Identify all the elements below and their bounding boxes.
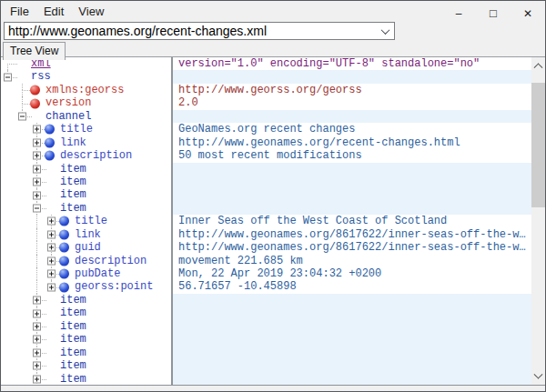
expand-icon[interactable]	[33, 362, 41, 370]
tree-node-link[interactable]: link	[1, 136, 171, 149]
tree-node-label[interactable]: item	[60, 307, 86, 319]
expand-icon[interactable]	[47, 270, 56, 278]
pi-icon	[15, 59, 25, 69]
tree-node-item[interactable]: item	[1, 176, 171, 188]
element-icon	[45, 125, 55, 135]
tree-node-label[interactable]: item	[60, 188, 86, 201]
tree-node-link[interactable]: link	[1, 228, 171, 241]
tree-node-label[interactable]: item	[60, 359, 86, 372]
tree-node-item[interactable]: item	[1, 320, 171, 333]
tree-node-description[interactable]: description	[1, 255, 171, 267]
combobox-dropdown-button[interactable]	[376, 23, 394, 39]
tree-node-item[interactable]: item	[1, 373, 171, 386]
element-icon	[45, 151, 55, 161]
tree-node-label[interactable]: channel	[46, 110, 91, 123]
tree-node-label[interactable]: item	[60, 320, 86, 333]
tree-node-georss-point[interactable]: georss:point	[1, 280, 171, 293]
element-icon	[59, 282, 69, 292]
tree-node-title[interactable]: title	[1, 123, 171, 136]
expand-icon[interactable]	[47, 256, 56, 265]
tree-node-item[interactable]: item	[1, 333, 171, 346]
tree-node-label[interactable]: title	[75, 215, 107, 227]
tree-node-label[interactable]: item	[60, 176, 86, 188]
menu-item-edit[interactable]: Edit	[36, 3, 71, 20]
expand-icon[interactable]	[47, 244, 56, 252]
expand-icon[interactable]	[47, 217, 56, 226]
tree-node-label[interactable]: item	[60, 373, 86, 386]
tree-node-item[interactable]: item	[1, 188, 171, 201]
tree-node-description[interactable]: description	[1, 149, 171, 162]
url-combobox[interactable]: http://www.geonames.org/recent-changes.x…	[4, 22, 395, 40]
expand-icon[interactable]	[33, 375, 41, 383]
tree-node-label[interactable]: title	[60, 123, 93, 136]
element-icon	[59, 216, 69, 226]
window-caption-buttons: – □ ✕	[441, 1, 545, 25]
tree-node-label[interactable]: georss:point	[75, 280, 153, 293]
tree-node-pubdate[interactable]: pubDate	[1, 267, 171, 280]
maximize-button-icon[interactable]: □	[476, 1, 511, 25]
tree-node-channel[interactable]: channel	[1, 110, 171, 123]
tree-node-label[interactable]: version	[46, 96, 91, 109]
expand-icon[interactable]	[33, 178, 41, 186]
collapse-icon[interactable]	[4, 73, 12, 81]
collapse-icon[interactable]	[33, 205, 41, 213]
tree-node-label[interactable]: link	[60, 136, 86, 149]
expand-icon[interactable]	[33, 126, 41, 134]
tree-node-item[interactable]: item	[1, 359, 171, 372]
tree-node-item[interactable]: item	[1, 202, 171, 215]
expand-icon[interactable]	[47, 283, 56, 291]
expand-icon[interactable]	[33, 348, 41, 357]
tree-node-label[interactable]: description	[75, 255, 147, 267]
tree-node-label[interactable]: item	[60, 333, 86, 346]
tree-node-label[interactable]: item	[60, 294, 86, 307]
tree-node-label[interactable]: xmlns:georss	[46, 84, 124, 96]
tree-node-item[interactable]: item	[1, 347, 171, 359]
tree-node-label[interactable]: link	[75, 228, 101, 241]
minimize-button-icon[interactable]: –	[441, 1, 476, 25]
expand-icon[interactable]	[33, 309, 41, 317]
tree-node-item[interactable]: item	[1, 163, 171, 176]
scrollbar-thumb[interactable]	[531, 83, 545, 207]
expand-icon[interactable]	[33, 322, 41, 330]
tree-node-label[interactable]: item	[60, 347, 86, 359]
xml-tree-pane[interactable]: xmlrssxmlns:georssversionchanneltitlelin…	[1, 57, 171, 385]
tree-node-guid[interactable]: guid	[1, 241, 171, 254]
expand-icon[interactable]	[47, 230, 56, 238]
tree-node-label[interactable]: description	[60, 149, 132, 162]
tree-node-label[interactable]: guid	[75, 241, 101, 254]
expand-icon[interactable]	[33, 191, 41, 199]
tree-node-version[interactable]: version	[1, 96, 171, 109]
tree-guide-line	[36, 215, 37, 227]
scroll-up-button[interactable]	[531, 57, 545, 73]
expand-icon[interactable]	[33, 336, 41, 344]
tree-node-rss[interactable]: rss	[1, 70, 171, 83]
tree-node-xmlns-georss[interactable]: xmlns:georss	[1, 84, 171, 96]
collapse-icon[interactable]	[18, 112, 26, 120]
attribute-icon	[30, 85, 40, 95]
tree-node-item[interactable]: item	[1, 294, 171, 307]
menu-item-file[interactable]: File	[3, 3, 36, 20]
expand-icon[interactable]	[33, 152, 41, 160]
tree-node-label[interactable]: item	[60, 202, 86, 215]
value-row-empty	[173, 294, 531, 307]
value-row-empty	[173, 373, 531, 386]
url-value[interactable]: http://www.geonames.org/recent-changes.x…	[5, 24, 376, 38]
expand-icon[interactable]	[33, 165, 41, 173]
menu-item-view[interactable]: View	[71, 3, 111, 20]
vertical-scrollbar[interactable]	[531, 57, 545, 385]
tab-tree-view[interactable]: Tree View	[3, 42, 66, 60]
tree-node-item[interactable]: item	[1, 307, 171, 319]
value-row: Mon, 22 Apr 2019 23:04:32 +0200	[173, 267, 531, 280]
tree-node-title[interactable]: title	[1, 215, 171, 227]
expand-icon[interactable]	[33, 138, 41, 146]
close-button-icon[interactable]: ✕	[511, 1, 545, 25]
tree-node-label[interactable]: rss	[31, 70, 51, 83]
tree-node-label[interactable]: item	[60, 163, 86, 176]
tree-node-label[interactable]: pubDate	[75, 267, 120, 280]
value-row-empty	[173, 202, 531, 215]
tree-guide-line	[36, 241, 37, 254]
tree-guide-line	[36, 255, 37, 267]
chevron-down-icon	[534, 370, 543, 379]
expand-icon[interactable]	[33, 297, 41, 305]
scroll-down-button[interactable]	[531, 369, 545, 385]
